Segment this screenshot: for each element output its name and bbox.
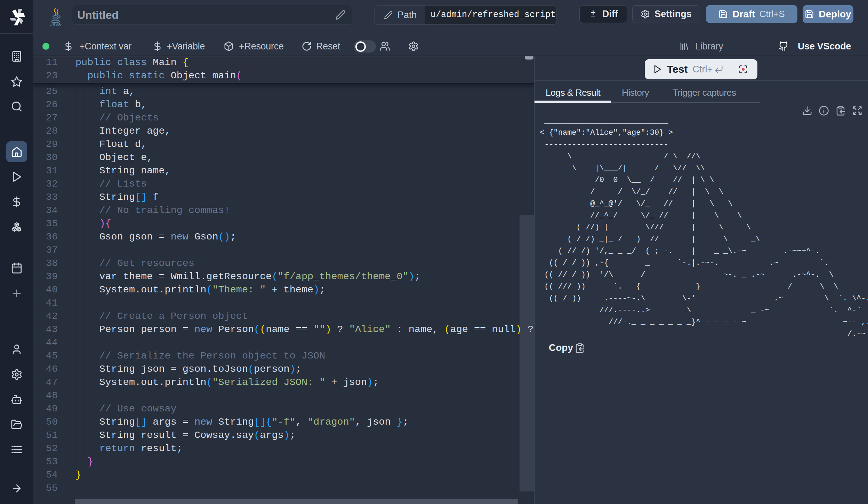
svg-text:Java: Java [50, 22, 61, 26]
